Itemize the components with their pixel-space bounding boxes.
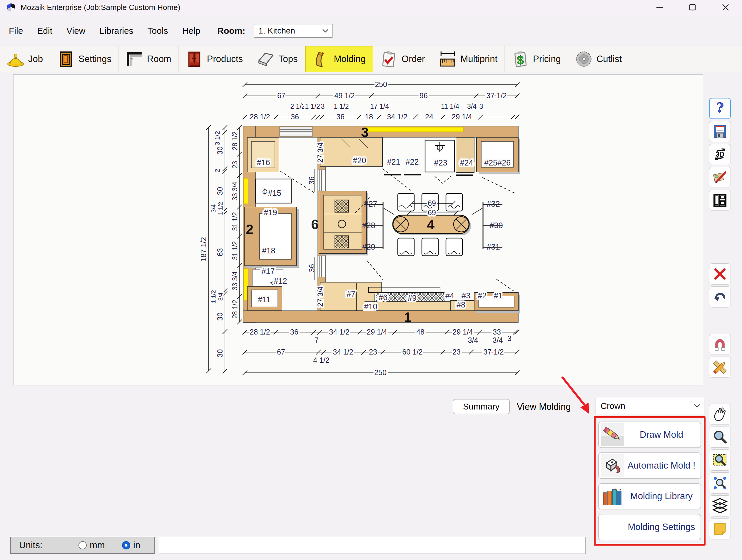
toolbar-button-multiprint[interactable]: Multiprint xyxy=(432,46,505,72)
toolbar-button-label: Settings xyxy=(78,54,111,64)
layers-icon xyxy=(711,497,729,515)
order-icon xyxy=(380,51,398,68)
dimension-label: 69 xyxy=(428,209,436,217)
cabinet-label: #15 xyxy=(268,189,281,198)
floor-plan-canvas[interactable]: 2506749 1/29637 1/22 1/21 1/231 1/217 1/… xyxy=(13,74,703,385)
main-toolbar: JobSettingsRoomProductsTopsMoldingOrderM… xyxy=(0,46,742,72)
dimension-label: 7 xyxy=(315,336,319,344)
menu-item-file[interactable]: File xyxy=(9,23,23,39)
cabinet-label: #31 xyxy=(486,242,500,251)
delete-button[interactable] xyxy=(709,263,731,285)
status-input[interactable] xyxy=(159,537,586,554)
minimize-button[interactable] xyxy=(643,0,676,15)
molding-profile-value: Crown xyxy=(600,401,625,411)
dimension-label: 187 1/2 xyxy=(199,237,208,261)
dimension-label: 48 xyxy=(416,328,425,336)
dimension-label: 28 1/2 xyxy=(231,300,239,319)
toolbar-button-cutlist[interactable]: Cutlist xyxy=(568,46,629,72)
toolbar-button-room[interactable]: Room xyxy=(119,46,179,72)
toolbar-button-label: Room xyxy=(147,54,171,64)
molding-icon xyxy=(313,51,330,68)
units-option-in[interactable]: in xyxy=(122,540,140,551)
wall-number: 1 xyxy=(404,310,412,325)
dimension-label: 27 3/4 xyxy=(316,286,324,307)
toolbar-button-label: Cutlist xyxy=(596,54,622,64)
zoom-extents-icon xyxy=(711,474,729,492)
pan-hand-button[interactable] xyxy=(709,404,731,425)
cabinet-label: #17 xyxy=(261,267,275,276)
dimension-label: 36 xyxy=(308,176,316,185)
dimension-label: 69 xyxy=(428,199,436,207)
toolbar-button-tops[interactable]: Tops xyxy=(250,46,305,72)
svg-text:$: $ xyxy=(517,54,524,67)
molding-profile-dropdown[interactable]: Crown xyxy=(596,398,704,414)
cabinet-label: #3 xyxy=(462,291,470,300)
snap-magnet-button[interactable] xyxy=(709,334,731,355)
toolbar-button-order[interactable]: Order xyxy=(373,46,432,72)
settings-icon xyxy=(57,51,74,68)
help-button[interactable]: ? xyxy=(709,98,731,119)
zoom-button[interactable] xyxy=(709,427,731,448)
cabinet-label: #28 xyxy=(362,221,375,230)
draw-mold-button[interactable]: Draw Mold xyxy=(598,422,701,448)
dimension-label: 34 1/2 xyxy=(333,348,353,356)
zoom-window-button[interactable] xyxy=(709,449,731,471)
view-3d-button[interactable]: 3D xyxy=(709,144,731,165)
units-option-mm[interactable]: mm xyxy=(78,540,105,551)
cabinet-layout-button[interactable] xyxy=(709,189,731,211)
toolbar-button-pricing[interactable]: $Pricing xyxy=(505,46,568,72)
save-icon xyxy=(711,123,729,140)
cabinet-label: #6 xyxy=(379,293,387,302)
dimension-label: 2 1/2 xyxy=(290,103,305,110)
save-button[interactable] xyxy=(709,121,731,142)
view-molding-label: View Molding xyxy=(517,401,571,412)
wall-number: 4 xyxy=(427,217,434,232)
pan-hand-icon xyxy=(711,405,729,423)
draw-measure-icon xyxy=(711,358,729,376)
mm-radio[interactable] xyxy=(78,541,87,549)
room-dropdown[interactable]: 1. Kitchen xyxy=(254,24,333,38)
toolbar-button-label: Job xyxy=(28,54,43,64)
cabinet-label: #16 xyxy=(257,158,270,167)
automatic-mold-button[interactable]: Automatic Mold ! xyxy=(598,452,701,479)
close-button[interactable] xyxy=(709,0,742,15)
draw-mold-icon xyxy=(601,423,624,446)
toolbar-button-settings[interactable]: Settings xyxy=(50,46,119,72)
cabinet-label: #12 xyxy=(274,277,287,285)
toolbar-button-products[interactable]: Products xyxy=(179,46,250,72)
draw-measure-button[interactable] xyxy=(709,356,731,378)
elevation-edit-button[interactable] xyxy=(709,167,731,188)
maximize-button[interactable] xyxy=(676,0,709,15)
dimension-label: 3 xyxy=(321,103,325,110)
summary-button[interactable]: Summary xyxy=(453,399,510,414)
cabinet-label: #30 xyxy=(489,221,503,230)
molding-library-button[interactable]: Molding Library xyxy=(598,483,701,510)
dimension-label: 67 xyxy=(277,348,285,356)
undo-button[interactable] xyxy=(709,286,731,307)
molding-settings-button[interactable]: Molding Settings xyxy=(598,514,701,540)
toolbar-button-job[interactable]: Job xyxy=(0,46,50,72)
dimension-label: 3/4 xyxy=(468,336,478,344)
menu-item-help[interactable]: Help xyxy=(182,23,201,39)
zoom-extents-button[interactable] xyxy=(709,472,731,494)
elevation-edit-icon xyxy=(711,168,729,186)
automatic-mold-icon xyxy=(601,454,624,477)
cabinet-label: #21 xyxy=(387,158,400,166)
menu-item-edit[interactable]: Edit xyxy=(37,23,52,39)
toolbar-button-label: Tops xyxy=(278,54,298,64)
toolbar-button-molding[interactable]: Molding xyxy=(305,46,374,72)
menu-item-libraries[interactable]: Libraries xyxy=(100,23,134,39)
note-button[interactable] xyxy=(709,518,731,540)
wall-number: 3 xyxy=(361,125,369,140)
dimension-label: 1 1/2 xyxy=(210,290,217,303)
toolbar-button-label: Order xyxy=(402,54,425,64)
cutlist-icon xyxy=(575,51,592,68)
dimension-label: 30 xyxy=(216,147,224,155)
menu-item-view[interactable]: View xyxy=(66,23,85,39)
dimension-label: 250 xyxy=(374,368,386,377)
in-radio[interactable] xyxy=(122,541,130,549)
dimension-label: 37 1/2 xyxy=(486,92,507,100)
view-3d-icon: 3D xyxy=(711,146,729,163)
layers-button[interactable] xyxy=(709,495,731,516)
menu-item-tools[interactable]: Tools xyxy=(148,23,168,39)
